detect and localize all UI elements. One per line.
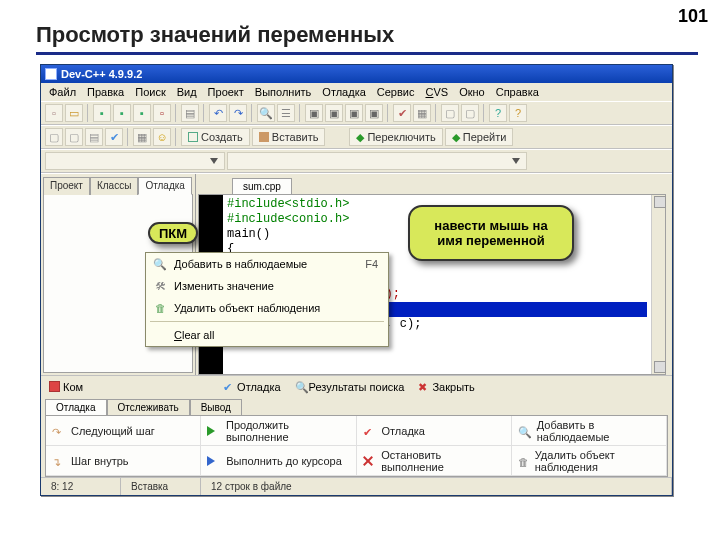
insert-icon: [259, 132, 269, 142]
callout-rmb: ПКМ: [148, 222, 198, 244]
shortcut-label: F4: [365, 258, 384, 270]
tb2-goto-label: Перейти: [463, 131, 507, 143]
debug-tab-debug[interactable]: Отладка: [45, 399, 107, 415]
tb-undo-icon[interactable]: ↶: [209, 104, 227, 122]
menu-view[interactable]: Вид: [173, 85, 201, 99]
dropdown-icon: [210, 158, 218, 164]
btn-next-step[interactable]: ↷ Следующий шаг: [46, 416, 201, 446]
menu-project[interactable]: Проект: [204, 85, 248, 99]
blank-icon: [150, 327, 170, 343]
check-icon: ✔: [363, 426, 377, 436]
file-tab-sum[interactable]: sum.cpp: [232, 178, 292, 194]
btn-add-watch[interactable]: 🔍 Добавить в наблюдаемые: [512, 416, 667, 446]
statusbar: 8: 12 Вставка 12 строк в файле: [41, 477, 672, 495]
tb-about-icon[interactable]: ?: [489, 104, 507, 122]
tb-savegrp-icon[interactable]: ▪: [133, 104, 151, 122]
side-tab-classes[interactable]: Классы: [90, 177, 138, 195]
run-to-cursor-icon: [207, 456, 221, 466]
tb2-win3-icon[interactable]: ▤: [85, 128, 103, 146]
btn-step-into[interactable]: ↴ Шаг внутрь: [46, 446, 201, 476]
menu-file[interactable]: Файл: [45, 85, 80, 99]
tb2-create-label: Создать: [201, 131, 243, 143]
out-tab-close[interactable]: ✖ Закрыть: [414, 380, 478, 394]
tb-debug-icon[interactable]: ✔: [393, 104, 411, 122]
close-icon: ✖: [418, 381, 429, 392]
tb-profile-icon[interactable]: ▦: [413, 104, 431, 122]
status-cursor: 8: 12: [41, 478, 121, 495]
ctx-clear-all[interactable]: Clear all: [146, 324, 388, 346]
tb-project-icon[interactable]: ▢: [441, 104, 459, 122]
menu-edit[interactable]: Правка: [83, 85, 128, 99]
context-menu: 🔍 Добавить в наблюдаемые F4 🛠 Изменить з…: [145, 252, 389, 347]
watch-add-icon: 🔍: [518, 426, 532, 436]
menu-tools[interactable]: Сервис: [373, 85, 419, 99]
slide-number: 101: [678, 6, 708, 27]
tb-rebuild-icon[interactable]: ▣: [365, 104, 383, 122]
menu-search[interactable]: Поиск: [131, 85, 169, 99]
tb-compile-icon[interactable]: ▣: [305, 104, 323, 122]
new-doc-icon: [188, 132, 198, 142]
out-tab-debug[interactable]: ✔ Отладка: [219, 380, 284, 394]
editor-scrollbar[interactable]: [651, 195, 665, 374]
menu-cvs[interactable]: CVS: [421, 85, 452, 99]
tb-saveall-icon[interactable]: ▪: [113, 104, 131, 122]
hammer-icon: 🛠: [150, 278, 170, 294]
tb2-goto-button[interactable]: ◆ Перейти: [445, 128, 514, 146]
switch-icon: ◆: [356, 131, 364, 144]
step-over-icon: ↷: [52, 426, 66, 436]
combo-member[interactable]: [227, 152, 527, 170]
tb-open-icon[interactable]: ▭: [65, 104, 83, 122]
trash-icon: 🗑: [150, 300, 170, 316]
menu-help[interactable]: Справка: [492, 85, 543, 99]
tb2-face-icon[interactable]: ☺: [153, 128, 171, 146]
tb2-create-button[interactable]: Создать: [181, 128, 250, 146]
menu-run[interactable]: Выполнить: [251, 85, 315, 99]
menu-separator: [150, 321, 384, 322]
grid-icon: [49, 381, 60, 392]
app-icon: [45, 68, 57, 80]
tb-help-icon[interactable]: ?: [509, 104, 527, 122]
side-tab-project[interactable]: Проект: [43, 177, 90, 195]
tb2-switch-button[interactable]: ◆ Переключить: [349, 128, 442, 146]
tb2-bp-icon[interactable]: ▦: [133, 128, 151, 146]
toolbar-secondary: ▢ ▢ ▤ ✔ ▦ ☺ Создать Вставить ◆ Переключи…: [41, 125, 672, 149]
file-tabs: sum.cpp: [196, 174, 672, 194]
tb-compilerun-icon[interactable]: ▣: [345, 104, 363, 122]
tb-redo-icon[interactable]: ↷: [229, 104, 247, 122]
btn-debug[interactable]: ✔ Отладка: [357, 416, 512, 446]
tb-new-icon[interactable]: ▫: [45, 104, 63, 122]
tb2-win2-icon[interactable]: ▢: [65, 128, 83, 146]
btn-remove-watch[interactable]: 🗑 Удалить объект наблюдения: [512, 446, 667, 476]
combo-scope[interactable]: [45, 152, 225, 170]
debug-tab-output[interactable]: Вывод: [190, 399, 242, 415]
debug-tab-watch[interactable]: Отслеживать: [107, 399, 190, 415]
side-tab-debug[interactable]: Отладка: [138, 177, 192, 195]
window-titlebar: Dev-C++ 4.9.9.2: [41, 65, 672, 83]
tb-print-icon[interactable]: ▤: [181, 104, 199, 122]
ctx-remove-watch[interactable]: 🗑 Удалить объект наблюдения: [146, 297, 388, 319]
trash-icon: 🗑: [518, 456, 530, 466]
ctx-modify-value[interactable]: 🛠 Изменить значение: [146, 275, 388, 297]
ctx-add-watch[interactable]: 🔍 Добавить в наблюдаемые F4: [146, 253, 388, 275]
btn-run-to-cursor[interactable]: Выполнить до курсора: [201, 446, 356, 476]
tb2-win1-icon[interactable]: ▢: [45, 128, 63, 146]
goto-icon: ◆: [452, 131, 460, 144]
tb-search-icon[interactable]: 🔍: [257, 104, 275, 122]
tb-save-icon[interactable]: ▪: [93, 104, 111, 122]
window-title: Dev-C++ 4.9.9.2: [61, 68, 142, 80]
tb-run-icon[interactable]: ▣: [325, 104, 343, 122]
menu-window[interactable]: Окно: [455, 85, 489, 99]
tb-close-icon[interactable]: ▫: [153, 104, 171, 122]
btn-stop[interactable]: Остановить выполнение: [357, 446, 512, 476]
tb2-ok-icon[interactable]: ✔: [105, 128, 123, 146]
tb2-switch-label: Переключить: [367, 131, 435, 143]
tb-replace-icon[interactable]: ☰: [277, 104, 295, 122]
tb-projopts-icon[interactable]: ▢: [461, 104, 479, 122]
tb2-insert-button[interactable]: Вставить: [252, 128, 326, 146]
btn-continue[interactable]: Продолжить выполнение: [201, 416, 356, 446]
out-tab-compile[interactable]: Ком: [45, 380, 87, 394]
dropdown-icon: [512, 158, 520, 164]
callout-hover-var: навести мышь на имя переменной: [408, 205, 574, 261]
menu-debug[interactable]: Отладка: [318, 85, 369, 99]
out-tab-search-results[interactable]: 🔍 Результаты поиска: [291, 380, 409, 394]
